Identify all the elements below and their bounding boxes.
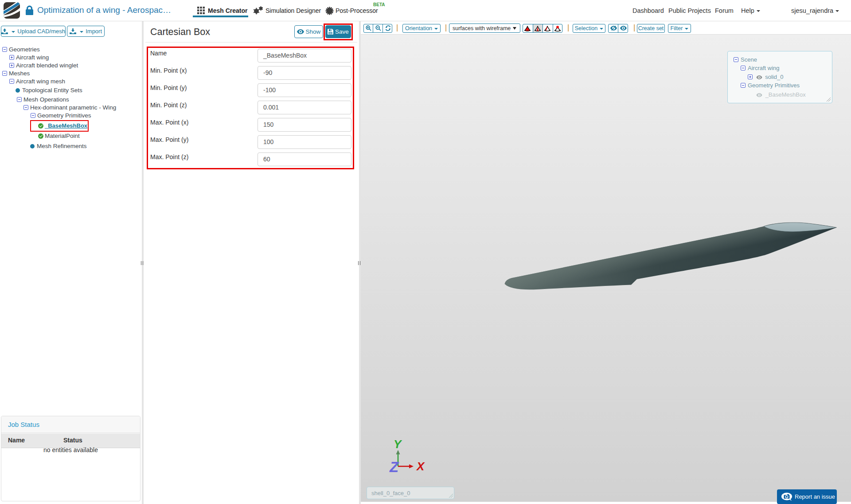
svg-text:Y: Y [394, 438, 402, 451]
svg-text:Z: Z [389, 459, 399, 475]
svg-text:X: X [416, 460, 425, 473]
